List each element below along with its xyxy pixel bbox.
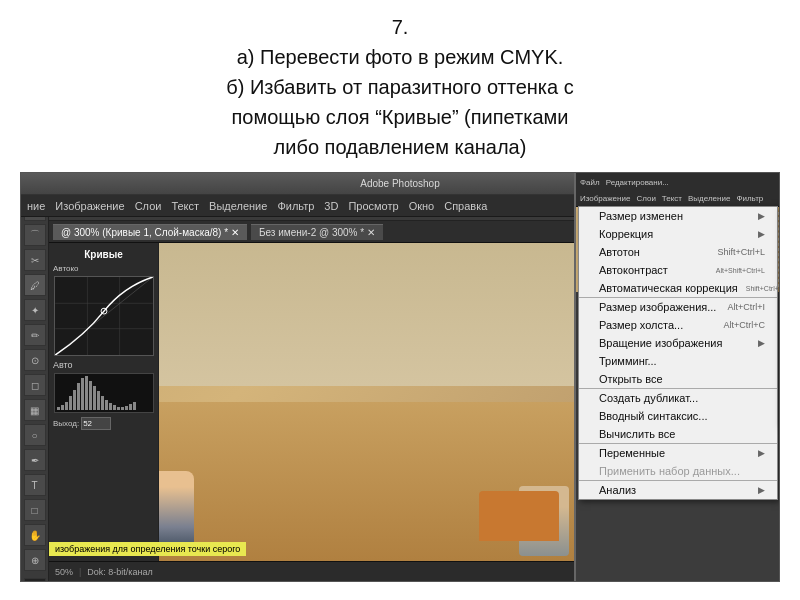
hist-bar-20 (133, 402, 136, 411)
tab-active[interactable]: @ 300% (Кривые 1, Слой-маска/8) * ✕ (53, 224, 247, 240)
tool-foreground-color[interactable] (24, 578, 46, 582)
tab-inactive[interactable]: Без имени-2 @ 300% * ✕ (251, 224, 383, 240)
curves-channel-label: Автоко (53, 264, 78, 273)
hist-bar-15 (113, 405, 116, 410)
status-zoom: 50% (55, 567, 73, 577)
status-divider: | (79, 567, 81, 577)
tool-gradient[interactable]: ▦ (24, 399, 46, 421)
photoshop-screenshot: Adobe Photoshop ─ □ ✕ ние Изображение Сл… (20, 172, 780, 582)
menu-item-edit[interactable]: ние (27, 200, 45, 212)
menu-item-view[interactable]: Просмотр (348, 200, 398, 212)
menu-item-open-all[interactable]: Открыть все (579, 370, 777, 388)
hist-bar-1 (57, 407, 60, 410)
heading-line1: а) Перевести фото в режим CMYK. (60, 42, 740, 72)
ps2-menu-edit[interactable]: Редактировани... (606, 178, 669, 187)
tool-eraser[interactable]: ◻ (24, 374, 46, 396)
histogram (54, 373, 154, 413)
menu-item-image-size[interactable]: Размер изображения... Alt+Ctrl+I (579, 297, 777, 316)
menu-item-correction[interactable]: Коррекция ▶ (579, 225, 777, 243)
menu-item-autocorrect[interactable]: Автоматическая коррекция Shift+Ctrl+B (579, 279, 777, 297)
svg-line-4 (55, 277, 153, 355)
ps2-menu-select[interactable]: Выделение (688, 194, 730, 203)
heading-line4: либо подавлением канала) (60, 132, 740, 162)
tool-path[interactable]: □ (24, 499, 46, 521)
menu-item-layers[interactable]: Слои (135, 200, 162, 212)
menu-item-3d[interactable]: 3D (324, 200, 338, 212)
curves-channel-row: Автоко (53, 264, 154, 273)
photo-sofa (479, 491, 559, 541)
tool-brush[interactable]: ✏ (24, 324, 46, 346)
ps2-menu-layers[interactable]: Слои (636, 194, 655, 203)
ps2-menu-file[interactable]: Файл (580, 178, 600, 187)
menu-item-window[interactable]: Окно (409, 200, 435, 212)
ps2-menu-image[interactable]: Изображение (580, 194, 630, 203)
heading-section: 7. а) Перевести фото в режим CMYK. б) Из… (0, 0, 800, 172)
hist-bar-13 (105, 400, 108, 410)
heading-line2: б) Избавить от паразитного оттенка с (60, 72, 740, 102)
menu-item-autocontrast[interactable]: Автоконтраст Alt+Shift+Ctrl+L (579, 261, 777, 279)
hist-bar-5 (73, 390, 76, 410)
curve-graph (54, 276, 154, 356)
hist-bar-6 (77, 383, 80, 410)
hist-bar-9 (89, 381, 92, 410)
auto-row: Авто (53, 360, 154, 370)
ps2-menu-text[interactable]: Текст (662, 194, 682, 203)
menu-item-select[interactable]: Выделение (209, 200, 267, 212)
heading-number: 7. (60, 12, 740, 42)
menu-item-apply[interactable]: Вводный синтаксис... (579, 407, 777, 425)
menu-item-filter[interactable]: Фильтр (277, 200, 314, 212)
tool-heal[interactable]: ✦ (24, 299, 46, 321)
ps-second-window: Файл Редактировани... Изображение Слои Т… (574, 173, 780, 581)
output-row: Выход: (53, 417, 154, 430)
menu-item-duplicate[interactable]: Создать дубликат... (579, 388, 777, 407)
image-menu-dropdown: Размер изменен ▶ Коррекция ▶ Автотон Shi… (578, 206, 778, 500)
menu-item-calc-all[interactable]: Вычислить все (579, 425, 777, 443)
menu-item-razmer-izmen[interactable]: Размер изменен ▶ (579, 207, 777, 225)
curves-label: Кривые (53, 249, 154, 260)
tool-dodge[interactable]: ○ (24, 424, 46, 446)
hist-bar-18 (125, 406, 128, 410)
ps-title: Adobe Photoshop (360, 178, 440, 189)
curves-panel: Кривые Автоко (49, 243, 159, 561)
tooltip-text: изображения для определения точки серого (55, 544, 240, 554)
menu-item-rotate[interactable]: Вращение изображения ▶ (579, 334, 777, 352)
menu-item-variables[interactable]: Переменные ▶ (579, 443, 777, 462)
ps-left-toolbar: ▭ ⌒ ✂ 🖊 ✦ ✏ ⊙ ◻ ▦ ○ ✒ T □ ✋ ⊕ (21, 195, 49, 582)
tool-eyedropper[interactable]: 🖊 (24, 274, 46, 296)
tool-pen[interactable]: ✒ (24, 449, 46, 471)
hist-bar-8 (85, 376, 88, 410)
tool-zoom[interactable]: ⊕ (24, 549, 46, 571)
tool-type[interactable]: T (24, 474, 46, 496)
hist-bar-7 (81, 378, 84, 410)
hist-bar-12 (101, 396, 104, 410)
status-doc-size: Dok: 8-bit/канал (87, 567, 152, 577)
menu-item-text[interactable]: Текст (171, 200, 199, 212)
tooltip-banner: изображения для определения точки серого (49, 542, 246, 556)
menu-item-trimming[interactable]: Тримминг... (579, 352, 777, 370)
hist-bar-4 (69, 396, 72, 410)
hist-bar-11 (97, 391, 100, 410)
hist-bar-19 (129, 404, 132, 410)
menu-item-help[interactable]: Справка (444, 200, 487, 212)
menu-item-image[interactable]: Изображение (55, 200, 124, 212)
hist-bar-17 (121, 407, 124, 410)
ps2-menubar: Файл Редактировани... (576, 173, 780, 191)
output-value-input[interactable] (81, 417, 111, 430)
menu-item-autotone[interactable]: Автотон Shift+Ctrl+L (579, 243, 777, 261)
curve-svg (55, 277, 153, 355)
menu-item-apply-dataset: Применить набор данных... (579, 462, 777, 480)
mode-submenu: Битовый формат Градации серого Дуплекс И… (779, 206, 780, 426)
hist-bar-16 (117, 407, 120, 410)
hist-bar-14 (109, 403, 112, 410)
tool-crop[interactable]: ✂ (24, 249, 46, 271)
output-label: Выход: (53, 419, 79, 428)
tool-stamp[interactable]: ⊙ (24, 349, 46, 371)
menu-item-analyze[interactable]: Анализ ▶ (579, 480, 777, 499)
ps2-image-menubar: Изображение Слои Текст Выделение Фильтр (576, 191, 780, 207)
auto-label: Авто (53, 360, 73, 370)
menu-item-canvas-size[interactable]: Размер холста... Alt+Ctrl+C (579, 316, 777, 334)
tool-lasso[interactable]: ⌒ (24, 224, 46, 246)
hist-bar-2 (61, 405, 64, 410)
tool-hand[interactable]: ✋ (24, 524, 46, 546)
ps2-menu-filter[interactable]: Фильтр (736, 194, 763, 203)
